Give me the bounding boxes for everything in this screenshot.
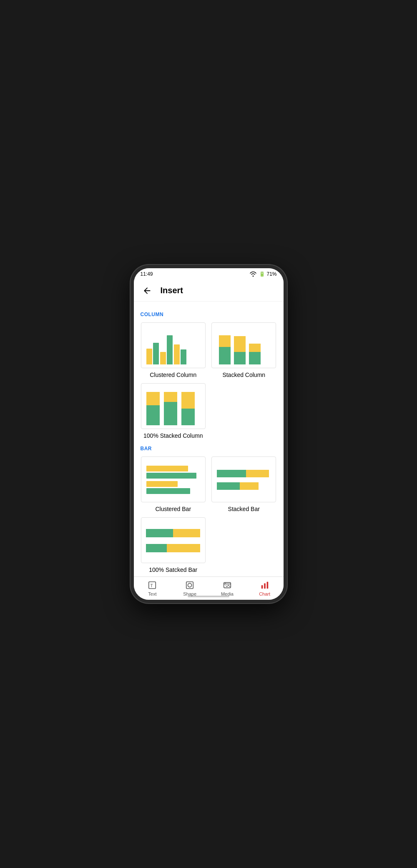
- stacked-bar-1: [219, 335, 231, 364]
- svg-rect-7: [264, 583, 266, 589]
- stacked-seg-g2: [234, 352, 246, 364]
- clustered-bar-chart: [146, 461, 200, 499]
- sh-bar-row-1: [217, 470, 271, 477]
- nav-item-chart[interactable]: Chart: [246, 580, 284, 596]
- chart-item-stacked-bar[interactable]: Stacked Bar: [211, 456, 277, 512]
- back-button[interactable]: [141, 284, 154, 297]
- shseg-y2: [240, 482, 259, 490]
- hbar-g1: [146, 473, 196, 479]
- text-icon: T: [147, 580, 157, 590]
- stacked-seg-g1: [219, 347, 231, 364]
- stacked-bar-chart: [217, 461, 271, 499]
- status-bar: 11:49 🔋 71%: [134, 268, 284, 280]
- h-bar-row-1: [146, 466, 200, 479]
- full-seg-g2: [164, 402, 177, 425]
- bar-y2: [160, 352, 166, 364]
- bar-group-1: [146, 343, 159, 364]
- svg-rect-4: [224, 583, 231, 588]
- 100pct-g2: [146, 544, 167, 552]
- clustered-column-label: Clustered Column: [150, 372, 196, 378]
- nav-item-text[interactable]: T Text: [134, 580, 171, 596]
- shseg-g1: [217, 470, 246, 477]
- bar-g2: [167, 335, 173, 364]
- hbar-y2: [146, 481, 178, 487]
- 100pct-y1: [173, 529, 200, 537]
- bar-section-label: BAR: [141, 446, 277, 451]
- home-indicator: [188, 596, 229, 597]
- stacked-seg-y2: [234, 336, 246, 352]
- nav-item-shape[interactable]: Shape: [171, 580, 208, 596]
- 100pct-sh-row-1: [146, 529, 200, 537]
- bar-row-2-spacer: [211, 517, 277, 573]
- top-bar: Insert: [134, 280, 284, 302]
- 100pct-g1: [146, 529, 173, 537]
- clustered-bar-label: Clustered Bar: [155, 506, 191, 512]
- 100pct-bar-label: 100% Satcked Bar: [149, 566, 197, 573]
- media-icon: [222, 580, 232, 590]
- h-bar-row-2: [146, 481, 200, 494]
- chart-item-stacked-column[interactable]: Stacked Column: [211, 322, 277, 378]
- battery-icon: 🔋 71%: [259, 271, 276, 277]
- full-seg-y3: [181, 392, 195, 409]
- clustered-bar-thumbnail: [141, 456, 206, 502]
- status-right: 🔋 71%: [250, 271, 276, 277]
- stacked-bar-thumbnail: [211, 456, 276, 502]
- 100pct-y2: [167, 544, 200, 552]
- column-section: COLUMN: [141, 312, 277, 439]
- column-row-2: 100% Stacked Column: [141, 383, 277, 439]
- svg-rect-6: [261, 585, 263, 589]
- bar-y1: [146, 349, 152, 364]
- chart-item-clustered-bar[interactable]: Clustered Bar: [141, 456, 206, 512]
- column-section-label: COLUMN: [141, 312, 277, 317]
- chart-item-clustered-column[interactable]: Clustered Column: [141, 322, 206, 378]
- stacked-column-thumbnail: [211, 322, 276, 368]
- shape-icon: [185, 580, 195, 590]
- hbar-y1: [146, 466, 188, 471]
- bar-section: BAR: [141, 446, 277, 573]
- wifi-icon: [250, 272, 256, 277]
- column-row-1: Clustered Column: [141, 322, 277, 378]
- stacked-seg-g3: [249, 352, 261, 364]
- clustered-column-thumbnail: [141, 322, 206, 368]
- chart-item-100pct-column[interactable]: 100% Stacked Column: [141, 383, 206, 439]
- stacked-column-label: Stacked Column: [222, 372, 265, 378]
- nav-label-text: Text: [148, 591, 156, 596]
- shseg-y1: [246, 470, 269, 477]
- time: 11:49: [141, 271, 153, 277]
- nav-item-media[interactable]: Media: [208, 580, 246, 596]
- full-bar-2: [164, 392, 177, 425]
- hbar-g2: [146, 488, 190, 494]
- stacked-col-chart: [219, 327, 269, 364]
- svg-rect-8: [266, 582, 268, 589]
- bar-group-2: [160, 335, 173, 364]
- full-seg-y2: [164, 392, 177, 402]
- bar-g1: [153, 343, 159, 364]
- clustered-col-chart: [146, 327, 200, 364]
- svg-rect-2: [186, 582, 193, 589]
- bar-group-3: [174, 344, 186, 364]
- shseg-g2: [217, 482, 240, 490]
- 100pct-bar-thumbnail: [141, 517, 206, 563]
- svg-point-5: [225, 583, 226, 584]
- stacked-seg-y3: [249, 344, 261, 352]
- stacked-bar-label: Stacked Bar: [228, 506, 260, 512]
- bar-row-2: 100% Satcked Bar: [141, 517, 277, 573]
- 100pct-column-thumbnail: [141, 383, 206, 429]
- 100pct-column-label: 100% Stacked Column: [143, 432, 203, 439]
- stacked-bar-2: [234, 336, 246, 364]
- chart-item-100pct-bar[interactable]: 100% Satcked Bar: [141, 517, 206, 573]
- full-seg-g1: [146, 405, 160, 425]
- full-bar-3: [181, 392, 195, 425]
- full-seg-y1: [146, 392, 160, 405]
- bar-y3: [174, 344, 180, 364]
- svg-text:T: T: [151, 584, 153, 588]
- stacked-bar-3: [249, 344, 261, 364]
- scroll-area: COLUMN: [134, 302, 284, 576]
- sh-bar-row-2: [217, 482, 271, 490]
- 100pct-sh-row-2: [146, 544, 200, 552]
- full-seg-g3: [181, 409, 195, 425]
- full-stacked-chart: [146, 388, 200, 425]
- 100pct-bar-chart: [146, 522, 200, 559]
- phone-frame: 11:49 🔋 71% Insert COLUMN: [131, 265, 287, 603]
- column-row-2-spacer: [211, 383, 277, 439]
